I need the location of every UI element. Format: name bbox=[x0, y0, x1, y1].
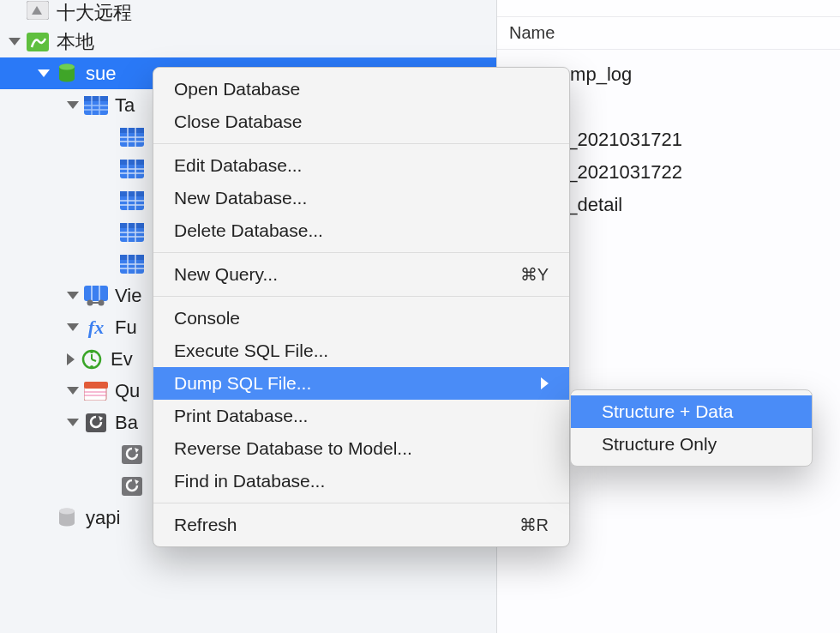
expand-icon[interactable] bbox=[67, 101, 79, 109]
context-menu: Open Database Close Database Edit Databa… bbox=[153, 67, 570, 547]
svg-point-44 bbox=[99, 299, 105, 305]
expand-icon[interactable] bbox=[67, 387, 79, 395]
svg-rect-1 bbox=[27, 33, 49, 51]
menu-print-database[interactable]: Print Database... bbox=[153, 400, 569, 432]
shortcut-label: ⌘R bbox=[519, 515, 549, 535]
menu-execute-sql[interactable]: Execute SQL File... bbox=[153, 335, 569, 367]
menu-console[interactable]: Console bbox=[153, 302, 569, 335]
expand-icon[interactable] bbox=[67, 353, 75, 365]
database-icon bbox=[55, 63, 79, 84]
menu-new-query[interactable]: New Query...⌘Y bbox=[153, 258, 569, 291]
tree-label: Qu bbox=[115, 380, 140, 402]
tree-label: 十大远程 bbox=[57, 0, 132, 26]
table-icon bbox=[120, 159, 144, 179]
backups-icon bbox=[84, 413, 108, 433]
expand-icon[interactable] bbox=[38, 69, 50, 77]
tables-folder-icon bbox=[84, 95, 108, 116]
submenu-structure-only[interactable]: Structure Only bbox=[571, 428, 812, 461]
submenu-structure-data[interactable]: Structure + Data bbox=[571, 395, 812, 428]
table-icon bbox=[120, 127, 144, 148]
svg-line-50 bbox=[92, 359, 96, 361]
tree-label: Vie bbox=[115, 285, 141, 307]
backup-icon bbox=[120, 444, 144, 465]
svg-rect-17 bbox=[120, 160, 144, 165]
spacer bbox=[38, 512, 50, 524]
tree-label: sue bbox=[86, 63, 116, 85]
menu-dump-sql[interactable]: Dump SQL File... bbox=[153, 367, 569, 400]
menu-separator bbox=[153, 503, 569, 503]
svg-rect-11 bbox=[120, 128, 144, 133]
tree-label: yapi bbox=[86, 507, 120, 529]
column-header-label: Name bbox=[509, 23, 555, 43]
spacer bbox=[9, 0, 21, 12]
svg-rect-29 bbox=[120, 223, 144, 228]
svg-point-59 bbox=[59, 508, 75, 514]
submenu-dump-sql: Structure + Data Structure Only bbox=[570, 389, 813, 467]
menu-find-in-database[interactable]: Find in Database... bbox=[153, 465, 569, 497]
menu-separator bbox=[153, 252, 569, 253]
svg-point-47 bbox=[90, 350, 93, 353]
svg-point-48 bbox=[90, 365, 93, 369]
views-icon bbox=[84, 286, 108, 306]
tree-label: Ev bbox=[111, 348, 133, 371]
table-icon bbox=[120, 222, 144, 243]
menu-edit-database[interactable]: Edit Database... bbox=[153, 149, 569, 182]
svg-rect-5 bbox=[84, 96, 108, 101]
menu-delete-database[interactable]: Delete Database... bbox=[153, 214, 569, 247]
database-icon bbox=[55, 508, 79, 528]
column-header-name[interactable]: Name bbox=[497, 17, 840, 50]
menu-open-database[interactable]: Open Database bbox=[153, 73, 569, 106]
backup-icon bbox=[120, 476, 144, 497]
tree-item-local[interactable]: 本地 bbox=[0, 26, 496, 57]
table-icon bbox=[120, 254, 144, 274]
menu-reverse-database[interactable]: Reverse Database to Model... bbox=[153, 432, 569, 465]
connection-icon bbox=[26, 32, 50, 52]
tree-label: Fu bbox=[115, 316, 137, 339]
table-icon bbox=[120, 190, 144, 211]
expand-icon[interactable] bbox=[9, 38, 21, 45]
connection-icon bbox=[26, 0, 50, 21]
shortcut-label: ⌘Y bbox=[520, 264, 549, 285]
menu-separator bbox=[153, 143, 569, 144]
menu-new-database[interactable]: New Database... bbox=[153, 182, 569, 214]
queries-icon bbox=[84, 381, 108, 401]
svg-rect-40 bbox=[84, 286, 108, 301]
expand-icon[interactable] bbox=[67, 323, 79, 331]
menu-separator bbox=[153, 296, 569, 297]
tree-label: Ta bbox=[115, 94, 135, 117]
svg-point-3 bbox=[59, 63, 75, 69]
tree-item-remote[interactable]: 十大远程 bbox=[0, 0, 496, 26]
right-toolbar bbox=[497, 0, 840, 17]
menu-refresh[interactable]: Refresh⌘R bbox=[153, 509, 569, 541]
expand-icon[interactable] bbox=[67, 419, 79, 426]
events-icon bbox=[80, 349, 104, 370]
svg-rect-52 bbox=[84, 382, 108, 389]
submenu-arrow-icon bbox=[541, 377, 549, 389]
svg-rect-23 bbox=[120, 191, 144, 196]
tree-label: 本地 bbox=[57, 29, 94, 55]
expand-icon[interactable] bbox=[67, 292, 79, 299]
menu-close-database[interactable]: Close Database bbox=[153, 106, 569, 138]
tree-label: Ba bbox=[115, 412, 138, 434]
svg-rect-35 bbox=[120, 255, 144, 260]
svg-point-43 bbox=[87, 299, 93, 305]
functions-icon: fx bbox=[84, 317, 108, 338]
